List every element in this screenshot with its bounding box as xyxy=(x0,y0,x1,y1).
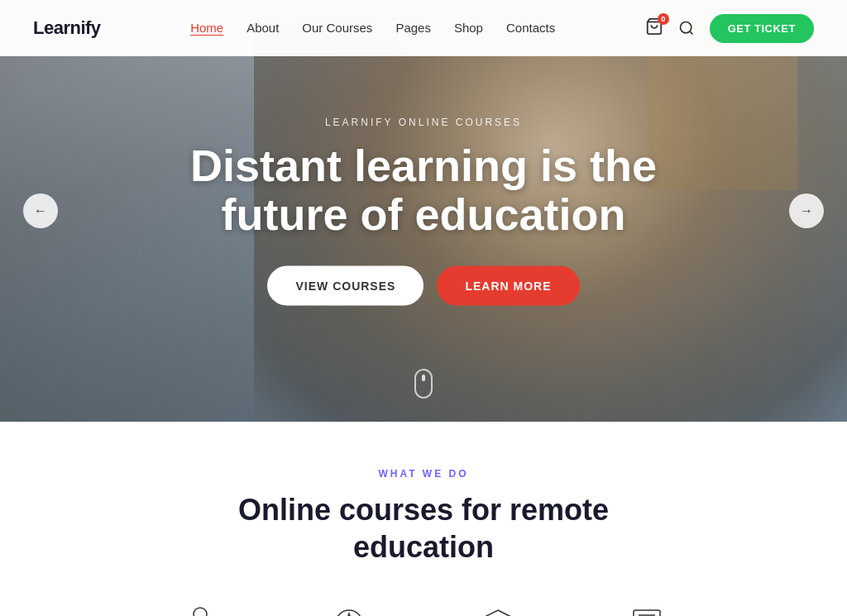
get-ticket-button[interactable]: GET TICKET xyxy=(710,14,814,43)
feature-student xyxy=(151,599,250,616)
what-we-do-section: WHAT WE DO Online courses for remoteeduc… xyxy=(0,422,847,616)
nav-links: Home About Our Courses Pages Shop Contac… xyxy=(190,21,555,36)
scroll-indicator xyxy=(414,369,433,399)
svg-point-3 xyxy=(194,608,207,616)
nav-shop[interactable]: Shop xyxy=(454,21,483,35)
hero-section: ← → LEARNIFY ONLINE COURSES Distant lear… xyxy=(0,0,847,422)
hero-buttons: VIEW COURSES LEARN MORE xyxy=(134,265,713,305)
feature-graduation xyxy=(448,599,548,616)
feature-quality xyxy=(299,599,399,616)
svg-point-1 xyxy=(680,22,691,33)
view-courses-button[interactable]: VIEW COURSES xyxy=(267,265,424,305)
svg-marker-6 xyxy=(481,610,514,616)
svg-line-2 xyxy=(690,31,693,35)
search-icon xyxy=(678,20,695,36)
nav-about[interactable]: About xyxy=(246,21,279,35)
nav-pages[interactable]: Pages xyxy=(395,21,431,35)
section-heading: Online courses for remoteeducation xyxy=(33,491,814,566)
feature-resources xyxy=(597,599,696,616)
nav-home[interactable]: Home xyxy=(190,21,223,35)
search-button[interactable] xyxy=(678,20,695,36)
navbar: Learnify Home About Our Courses Pages Sh… xyxy=(0,0,847,56)
hero-subtitle: LEARNIFY ONLINE COURSES xyxy=(134,117,713,128)
quality-icon xyxy=(324,599,374,616)
features-row xyxy=(33,599,814,616)
section-label: WHAT WE DO xyxy=(33,468,814,480)
arrow-right-icon: → xyxy=(800,203,813,218)
hero-title: Distant learning is the future of educat… xyxy=(134,141,713,240)
graduation-icon xyxy=(473,599,523,616)
navbar-actions: 0 GET TICKET xyxy=(645,14,814,43)
arrow-left-icon: ← xyxy=(34,203,47,218)
scroll-dot xyxy=(422,375,425,381)
nav-courses[interactable]: Our Courses xyxy=(302,21,372,35)
cart-button[interactable]: 0 xyxy=(645,17,663,39)
cart-badge: 0 xyxy=(658,13,669,25)
learn-more-button[interactable]: LEARN MORE xyxy=(437,265,579,305)
nav-contacts[interactable]: Contacts xyxy=(506,21,555,35)
brand-logo[interactable]: Learnify xyxy=(33,17,101,39)
resources-icon xyxy=(622,599,672,616)
hero-prev-button[interactable]: ← xyxy=(23,193,58,228)
hero-content: LEARNIFY ONLINE COURSES Distant learning… xyxy=(134,117,713,306)
hero-next-button[interactable]: → xyxy=(789,193,824,228)
student-icon xyxy=(175,599,225,616)
